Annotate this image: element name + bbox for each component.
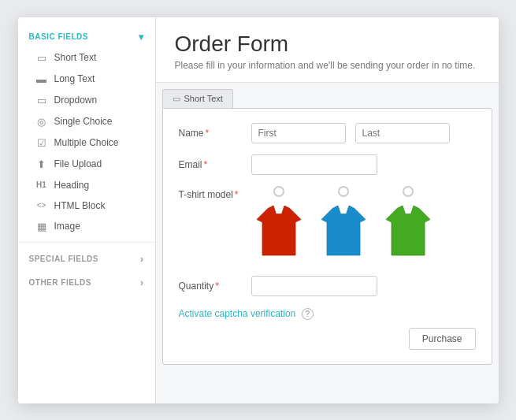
basic-fields-section[interactable]: BASIC FIELDS ▾ bbox=[18, 25, 155, 47]
form-subtitle: Please fill in your information and we'l… bbox=[175, 60, 480, 71]
svg-marker-2 bbox=[386, 206, 430, 255]
other-fields-section[interactable]: OTHER FIELDS › bbox=[18, 271, 155, 295]
email-label: Email* bbox=[179, 159, 242, 170]
purchase-row: Purchase bbox=[179, 328, 476, 350]
other-fields-label: OTHER FIELDS bbox=[29, 278, 91, 287]
sidebar-item-label: Multiple Choice bbox=[54, 137, 119, 148]
sidebar-item-dropdown[interactable]: ▭ Dropdown bbox=[18, 90, 155, 111]
special-fields-section[interactable]: SPECIAL FIELDS › bbox=[18, 247, 155, 271]
tshirt-image-green bbox=[381, 202, 436, 265]
captcha-link[interactable]: Activate captcha verification bbox=[179, 308, 296, 319]
sidebar-item-label: Short Text bbox=[54, 52, 97, 63]
tshirt-radio-red[interactable] bbox=[273, 186, 284, 197]
tshirt-image-blue bbox=[316, 202, 371, 265]
name-row: Name* bbox=[179, 123, 476, 143]
long-text-icon: ▬ bbox=[35, 73, 48, 85]
form-title: Order Form bbox=[175, 32, 480, 57]
captcha-row: Activate captcha verification ? bbox=[179, 307, 476, 320]
other-fields-arrow: › bbox=[140, 277, 144, 288]
form-fields-panel: Name* Email* bbox=[162, 108, 492, 365]
sidebar-item-label: File Upload bbox=[54, 158, 102, 169]
sidebar-item-file-upload[interactable]: ⬆ File Upload bbox=[18, 154, 155, 175]
tshirt-radio-green[interactable] bbox=[403, 186, 414, 197]
sidebar-item-label: Long Text bbox=[54, 73, 95, 84]
sidebar-item-html-block[interactable]: <> HTML Block bbox=[18, 195, 155, 216]
sidebar-item-label: Image bbox=[54, 221, 80, 232]
svg-marker-1 bbox=[321, 206, 366, 255]
tshirt-radio-blue[interactable] bbox=[338, 186, 349, 197]
quantity-row: Quantity* bbox=[179, 276, 476, 296]
sidebar-item-short-text[interactable]: ▭ Short Text bbox=[18, 47, 155, 69]
tshirt-label: T-shirt model* bbox=[179, 186, 242, 200]
form-builder: ▭ Short Text Name* Ema bbox=[156, 83, 499, 403]
form-header: Order Form Please fill in your informati… bbox=[156, 17, 499, 83]
tshirt-options bbox=[251, 186, 436, 265]
dropdown-icon: ▭ bbox=[35, 95, 48, 106]
basic-fields-label: BASIC FIELDS bbox=[29, 32, 88, 41]
sidebar-item-single-choice[interactable]: ◎ Single Choice bbox=[18, 111, 155, 132]
tshirt-row: T-shirt model* bbox=[179, 186, 476, 265]
quantity-required: * bbox=[215, 281, 219, 292]
main-wrapper: BASIC FIELDS ▾ ▭ Short Text ▬ Long Text … bbox=[18, 17, 499, 403]
email-required: * bbox=[204, 159, 208, 170]
sidebar: BASIC FIELDS ▾ ▭ Short Text ▬ Long Text … bbox=[18, 17, 156, 403]
tab-short-text-icon: ▭ bbox=[173, 94, 180, 104]
email-row: Email* bbox=[179, 154, 476, 175]
sidebar-divider-1 bbox=[18, 242, 155, 243]
multiple-choice-icon: ☑ bbox=[35, 137, 48, 149]
email-input[interactable] bbox=[251, 154, 377, 175]
sidebar-item-label: Single Choice bbox=[54, 116, 113, 127]
name-first-input[interactable] bbox=[251, 123, 346, 143]
tshirt-option-green[interactable] bbox=[381, 186, 436, 265]
tshirt-required: * bbox=[235, 189, 239, 200]
tab-label: Short Text bbox=[184, 94, 223, 103]
short-text-icon: ▭ bbox=[35, 52, 48, 64]
outer-container: BASIC FIELDS ▾ ▭ Short Text ▬ Long Text … bbox=[0, 0, 516, 420]
content-area: Order Form Please fill in your informati… bbox=[156, 17, 499, 403]
basic-fields-arrow: ▾ bbox=[139, 32, 144, 43]
special-fields-arrow: › bbox=[140, 254, 144, 265]
sidebar-item-multiple-choice[interactable]: ☑ Multiple Choice bbox=[18, 132, 155, 154]
captcha-help-icon[interactable]: ? bbox=[302, 308, 314, 320]
image-icon: ▦ bbox=[35, 221, 48, 232]
name-last-input[interactable] bbox=[355, 123, 450, 143]
sidebar-item-long-text[interactable]: ▬ Long Text bbox=[18, 69, 155, 90]
name-required: * bbox=[206, 128, 210, 139]
file-upload-icon: ⬆ bbox=[35, 158, 48, 170]
field-tab-short-text[interactable]: ▭ Short Text bbox=[162, 89, 233, 108]
html-block-icon: <> bbox=[35, 201, 48, 210]
tshirt-option-red[interactable] bbox=[251, 186, 306, 265]
purchase-button[interactable]: Purchase bbox=[409, 328, 476, 350]
quantity-input[interactable] bbox=[251, 276, 377, 296]
sidebar-item-label: Dropdown bbox=[54, 95, 98, 106]
heading-icon: H1 bbox=[35, 180, 48, 189]
quantity-label: Quantity* bbox=[179, 281, 242, 292]
special-fields-label: SPECIAL FIELDS bbox=[29, 255, 99, 263]
name-label: Name* bbox=[179, 128, 242, 139]
svg-marker-0 bbox=[257, 206, 301, 255]
tshirt-option-blue[interactable] bbox=[316, 186, 371, 265]
sidebar-item-heading[interactable]: H1 Heading bbox=[18, 175, 155, 195]
sidebar-item-label: HTML Block bbox=[54, 200, 106, 211]
tshirt-image-red bbox=[251, 202, 306, 265]
sidebar-item-image[interactable]: ▦ Image bbox=[18, 216, 155, 237]
single-choice-icon: ◎ bbox=[35, 116, 48, 128]
sidebar-item-label: Heading bbox=[54, 180, 90, 191]
